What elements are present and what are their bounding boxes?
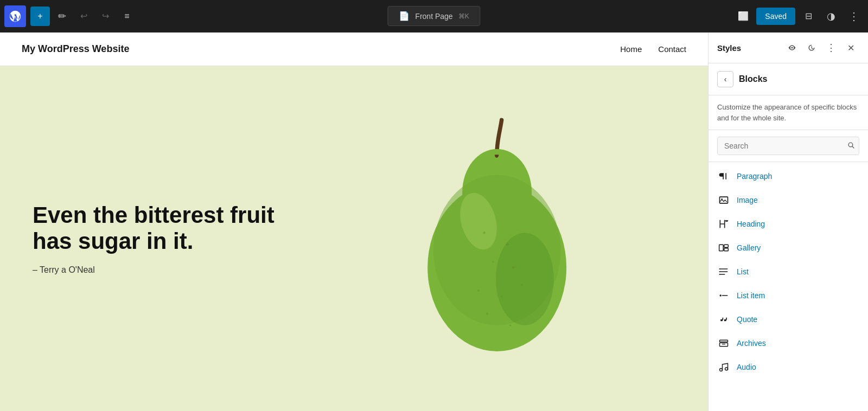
theme-toggle-button[interactable]: ◑ — [821, 7, 841, 26]
panel-header-actions: ⋮ ✕ — [783, 39, 859, 56]
image-block-icon — [717, 194, 730, 207]
view-toggle-button[interactable]: ⊟ — [799, 7, 818, 26]
svg-rect-22 — [719, 274, 720, 275]
nav-contact[interactable]: Contact — [658, 44, 686, 54]
heading-block-icon — [717, 217, 730, 230]
hero-quote: Even the bitterest fruit has sugar in it… — [33, 202, 286, 255]
document-icon: 📄 — [399, 11, 410, 21]
svg-point-9 — [477, 290, 479, 292]
block-list: Paragraph Image — [709, 162, 868, 411]
svg-point-27 — [725, 368, 728, 370]
svg-point-8 — [512, 266, 514, 268]
blocks-header: ‹ Blocks — [709, 63, 868, 95]
search-box — [717, 137, 859, 155]
hero-attribution: – Terry a O'Neal — [33, 265, 286, 275]
block-name-quote: Quote — [737, 315, 757, 324]
block-name-list-item: List item — [737, 291, 765, 300]
site-header: My WordPress Website Home Contact — [0, 33, 708, 66]
hero-image — [283, 66, 708, 411]
svg-point-4 — [496, 233, 554, 325]
back-button[interactable]: ‹ — [717, 71, 733, 87]
block-name-image: Image — [737, 196, 758, 204]
archives-block-icon — [717, 337, 730, 350]
wp-logo[interactable] — [4, 5, 26, 27]
svg-point-23 — [720, 294, 722, 296]
block-name-list: List — [737, 267, 749, 276]
svg-rect-20 — [719, 268, 720, 269]
block-name-gallery: Gallery — [737, 243, 761, 252]
svg-point-13 — [509, 324, 511, 326]
more-options-button[interactable]: ⋮ — [844, 7, 864, 26]
close-panel-button[interactable]: ✕ — [842, 39, 859, 56]
site-title: My WordPress Website — [22, 43, 129, 55]
history-icon — [807, 43, 816, 52]
svg-rect-15 — [720, 197, 728, 203]
toolbar-right: ⬜ Saved ⊟ ◑ ⋮ — [733, 7, 864, 26]
undo-button[interactable]: ↩ — [74, 7, 93, 26]
page-title-button[interactable]: 📄 Front Page ⌘K — [387, 6, 480, 26]
panel-title: Styles — [717, 43, 741, 53]
list-block-icon — [717, 265, 730, 278]
block-name-paragraph: Paragraph — [737, 172, 772, 181]
audio-block-icon — [717, 361, 730, 374]
svg-rect-17 — [719, 245, 724, 251]
svg-point-26 — [720, 369, 723, 371]
more-menu-button[interactable]: ⋮ — [822, 39, 840, 56]
eye-icon-button[interactable] — [783, 39, 801, 56]
svg-point-10 — [501, 296, 502, 297]
add-block-button[interactable]: + — [30, 7, 50, 26]
page-title-text: Front Page — [415, 12, 452, 21]
quote-block-icon — [717, 313, 730, 326]
svg-point-16 — [721, 198, 723, 200]
search-icon — [847, 142, 855, 149]
svg-point-6 — [506, 243, 508, 246]
search-input[interactable] — [717, 137, 859, 155]
eye-icon — [788, 43, 796, 52]
block-name-archives: Archives — [737, 339, 766, 348]
blocks-description: Customize the appearance of specific blo… — [709, 95, 868, 130]
svg-point-5 — [483, 232, 485, 234]
block-item-paragraph[interactable]: Paragraph — [709, 164, 868, 188]
paragraph-block-icon — [717, 170, 730, 183]
svg-rect-18 — [724, 245, 729, 247]
site-nav: Home Contact — [620, 44, 686, 54]
main-layout: My WordPress Website Home Contact Even t… — [0, 33, 868, 411]
block-item-heading[interactable]: Heading — [709, 212, 868, 236]
redo-button[interactable]: ↪ — [95, 7, 115, 26]
hero-content: Even the bitterest fruit has sugar in it… — [0, 66, 318, 411]
svg-point-7 — [492, 261, 494, 262]
svg-point-11 — [520, 284, 522, 286]
block-item-audio[interactable]: Audio — [709, 355, 868, 379]
block-name-heading: Heading — [737, 220, 765, 228]
block-item-archives[interactable]: Archives — [709, 331, 868, 355]
list-item-block-icon — [717, 289, 730, 302]
pear-illustration — [409, 114, 583, 363]
svg-rect-21 — [719, 271, 720, 272]
main-toolbar: + ✏ ↩ ↪ ≡ 📄 Front Page ⌘K ⬜ Saved ⊟ ◑ ⋮ — [0, 0, 868, 33]
svg-rect-19 — [724, 248, 729, 251]
search-container — [709, 130, 868, 162]
blocks-section-title: Blocks — [739, 74, 767, 84]
panel-header: Styles ⋮ ✕ — [709, 33, 868, 63]
hero-section: Even the bitterest fruit has sugar in it… — [0, 66, 708, 411]
svg-rect-25 — [720, 343, 728, 346]
keyboard-shortcut: ⌘K — [458, 12, 469, 20]
svg-rect-24 — [720, 340, 728, 342]
block-item-quote[interactable]: Quote — [709, 307, 868, 331]
history-button[interactable] — [803, 39, 820, 56]
block-item-list-item[interactable]: List item — [709, 284, 868, 307]
block-name-audio: Audio — [737, 363, 756, 371]
list-view-button[interactable]: ≡ — [117, 7, 137, 26]
block-item-gallery[interactable]: Gallery — [709, 236, 868, 260]
nav-home[interactable]: Home — [620, 44, 642, 54]
block-item-image[interactable]: Image — [709, 188, 868, 212]
canvas-area: My WordPress Website Home Contact Even t… — [0, 33, 708, 411]
block-item-list[interactable]: List — [709, 260, 868, 284]
desktop-view-button[interactable]: ⬜ — [733, 7, 753, 26]
gallery-block-icon — [717, 241, 730, 254]
svg-point-12 — [486, 313, 488, 315]
search-submit-button[interactable] — [847, 142, 855, 151]
saved-button[interactable]: Saved — [756, 8, 795, 25]
edit-mode-button[interactable]: ✏ — [52, 7, 72, 26]
styles-panel: Styles ⋮ ✕ ‹ Blocks C — [708, 33, 868, 411]
